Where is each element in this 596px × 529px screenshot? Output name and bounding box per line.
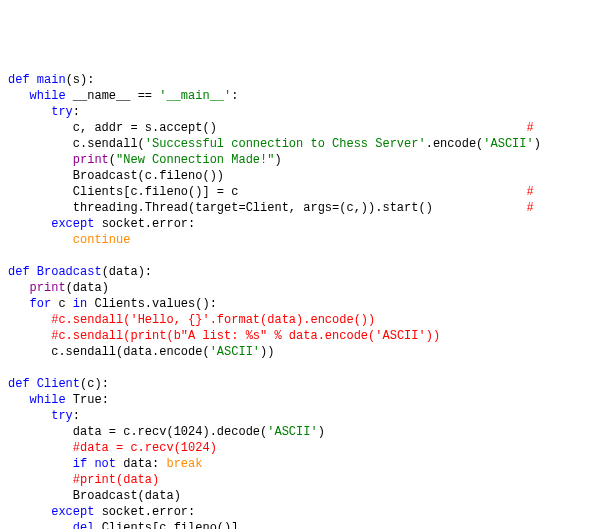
space	[66, 89, 73, 103]
string: 'Successful connection to Chess Server'	[145, 137, 426, 151]
comment: #c.sendall(print(b"A list: %s" % data.en…	[51, 329, 440, 343]
keyword-def: def	[8, 73, 30, 87]
indent	[8, 473, 73, 487]
code-line: while True:	[8, 393, 109, 407]
code-line: #c.sendall(print(b"A list: %s" % data.en…	[8, 329, 440, 343]
indent	[8, 425, 73, 439]
space	[94, 505, 101, 519]
indent	[8, 457, 73, 471]
params: (data):	[102, 265, 152, 279]
code-line: del Clients[c.fileno()]	[8, 521, 238, 529]
code-line: Broadcast(data)	[8, 489, 181, 503]
code-line: def Client(c):	[8, 377, 109, 391]
string: "New Connection Made!"	[116, 153, 274, 167]
comment: #	[527, 201, 541, 215]
name: True	[73, 393, 102, 407]
comment: #c.sendall('Hello, {}'.format(data).enco…	[51, 313, 375, 327]
func-name: Client	[37, 377, 80, 391]
code-line: c, addr = s.accept() #	[8, 121, 541, 135]
indent	[8, 169, 73, 183]
builtin-print: print	[30, 281, 66, 295]
indent	[8, 281, 30, 295]
indent	[8, 185, 73, 199]
code-line: c.sendall('Successful connection to Ches…	[8, 137, 541, 151]
code-text: )	[274, 153, 281, 167]
code-text: (data)	[66, 281, 109, 295]
code-text: data:	[116, 457, 166, 471]
indent	[8, 89, 30, 103]
code-line: Broadcast(c.fileno())	[8, 169, 224, 183]
code-line: continue	[8, 233, 130, 247]
keyword-def: def	[8, 377, 30, 391]
string: 'ASCII'	[267, 425, 317, 439]
keyword-try: try	[51, 105, 73, 119]
pad	[217, 121, 527, 135]
keyword-def: def	[8, 265, 30, 279]
indent	[8, 489, 73, 503]
builtin-print: print	[73, 153, 109, 167]
code-text: ))	[260, 345, 274, 359]
keyword-continue: continue	[73, 233, 131, 247]
indent	[8, 297, 30, 311]
colon: :	[73, 409, 80, 423]
colon: :	[231, 89, 238, 103]
code-text: (	[109, 153, 116, 167]
code-line: print("New Connection Made!")	[8, 153, 282, 167]
code-line: c.sendall(data.encode('ASCII'))	[8, 345, 274, 359]
code-text: Broadcast(c.fileno())	[73, 169, 224, 183]
code-text: Clients[c.fileno()] = c	[73, 185, 239, 199]
comment: #data = c.recv(1024)	[73, 441, 217, 455]
keyword-try: try	[51, 409, 73, 423]
func-name: Broadcast	[37, 265, 102, 279]
keyword-if: if	[73, 457, 87, 471]
keyword-for: for	[30, 297, 52, 311]
keyword-except: except	[51, 505, 94, 519]
code-text: data = c.recv(1024).decode(	[73, 425, 267, 439]
keyword-except: except	[51, 217, 94, 231]
code-line: #c.sendall('Hello, {}'.format(data).enco…	[8, 313, 375, 327]
code-text: c.sendall(data.encode(	[51, 345, 209, 359]
keyword-break: break	[166, 457, 202, 471]
indent	[8, 201, 73, 215]
indent	[8, 409, 51, 423]
keyword-not: not	[94, 457, 116, 471]
code-text: c.sendall(	[73, 137, 145, 151]
func-name: main	[37, 73, 66, 87]
code-line: try:	[8, 409, 80, 423]
space: c	[51, 297, 73, 311]
keyword-while: while	[30, 393, 66, 407]
comment: #	[527, 121, 541, 135]
indent	[8, 153, 73, 167]
indent	[8, 121, 73, 135]
keyword-in: in	[73, 297, 87, 311]
params: (c):	[80, 377, 109, 391]
keyword-del: del	[73, 521, 95, 529]
code-line: #data = c.recv(1024)	[8, 441, 217, 455]
colon: :	[73, 105, 80, 119]
space	[30, 73, 37, 87]
indent	[8, 217, 51, 231]
params: (s):	[66, 73, 95, 87]
indent	[8, 345, 51, 359]
code-line: for c in Clients.values():	[8, 297, 217, 311]
indent	[8, 137, 73, 151]
code-text: )	[534, 137, 541, 151]
code-text: Clients.values():	[87, 297, 217, 311]
indent	[8, 441, 73, 455]
code-text: .encode(	[426, 137, 484, 151]
code-line: data = c.recv(1024).decode('ASCII')	[8, 425, 325, 439]
code-line: except socket.error:	[8, 505, 195, 519]
indent	[8, 329, 51, 343]
colon: :	[188, 505, 195, 519]
code-line: try:	[8, 105, 80, 119]
indent	[8, 521, 73, 529]
keyword-while: while	[30, 89, 66, 103]
name: socket.error	[102, 505, 188, 519]
pad	[433, 201, 527, 215]
space	[94, 217, 101, 231]
indent	[8, 233, 73, 247]
code-text: Clients[c.fileno()]	[102, 521, 239, 529]
space	[30, 265, 37, 279]
code-block: def main(s): while __name__ == '__main__…	[8, 72, 588, 529]
name: __name__	[73, 89, 131, 103]
